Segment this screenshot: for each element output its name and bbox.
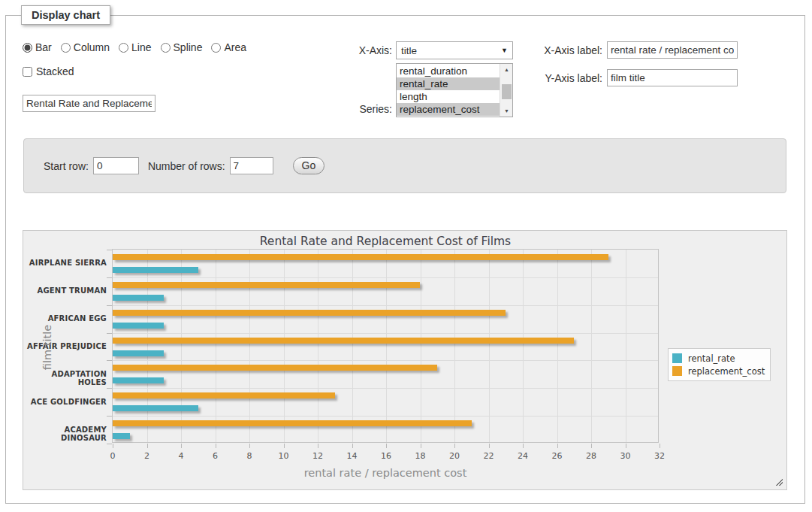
start-row-input[interactable] (93, 157, 139, 174)
chart-plot-area: 02468101214161820222426283032AIRPLANE SI… (112, 249, 659, 443)
chart-container: Rental Rate and Replacement Cost of Film… (23, 230, 787, 490)
x-tick-mark (626, 444, 626, 448)
bar-rental_rate (113, 405, 198, 411)
x-tick-label: 4 (166, 451, 196, 461)
x-tick-mark (421, 444, 421, 448)
bar-replacement_cost (113, 338, 574, 344)
x-tick-mark (523, 444, 524, 448)
row-controls-panel: Start row: Number of rows: Go (23, 138, 786, 193)
x-tick-label: 10 (269, 451, 299, 461)
chart-y-axis-title: film title (41, 317, 53, 377)
series-option-replacement_cost[interactable]: replacement_cost (397, 103, 500, 116)
series-options: rental_durationrental_ratelengthreplacem… (397, 65, 500, 116)
radio-column[interactable] (61, 43, 71, 53)
radio-label: Column (74, 41, 110, 53)
gridline (386, 250, 387, 442)
x-tick-mark (147, 444, 148, 448)
chart-type-radio-column[interactable]: Column (61, 41, 110, 53)
series-scrollbar[interactable]: ▲ ▼ (500, 64, 512, 117)
fieldset-legend: Display chart (21, 5, 110, 25)
chart-x-axis-title: rental rate / replacement cost (112, 467, 659, 479)
radio-line[interactable] (119, 43, 128, 53)
chart-type-radio-area[interactable]: Area (211, 41, 246, 53)
gridline (113, 333, 658, 334)
x-tick-label: 22 (474, 451, 504, 461)
stacked-checkbox[interactable] (23, 67, 32, 77)
resize-handle-icon[interactable] (774, 477, 783, 486)
scrollbar-thumb[interactable] (502, 84, 512, 99)
y-tick-mark (107, 416, 112, 417)
x-tick-label: 8 (234, 451, 264, 461)
gridline (591, 250, 592, 442)
y-tick-mark (107, 333, 112, 334)
y-tick-mark (107, 277, 112, 278)
gridline (113, 360, 658, 361)
gridline (113, 305, 658, 306)
gridline (181, 250, 182, 442)
x-tick-label: 14 (337, 451, 367, 461)
x-tick-mark (591, 444, 592, 448)
radio-label: Line (131, 41, 151, 53)
chart-type-radio-bar[interactable]: Bar (23, 41, 52, 53)
gridline (113, 277, 658, 278)
scroll-up-icon[interactable]: ▲ (500, 64, 513, 75)
gridline (454, 250, 455, 442)
gridline (249, 250, 250, 442)
y-tick-mark (107, 444, 112, 444)
go-button[interactable]: Go (293, 157, 325, 174)
radio-label: Bar (35, 41, 52, 53)
bar-rental_rate (113, 323, 164, 329)
series-option-rental_rate[interactable]: rental_rate (397, 77, 500, 90)
y-tick-mark (107, 305, 112, 306)
gridline (147, 250, 148, 442)
num-rows-input[interactable] (230, 157, 273, 174)
gridline (113, 388, 658, 389)
bar-replacement_cost (113, 392, 335, 398)
series-multiselect[interactable]: rental_durationrental_ratelengthreplacem… (396, 63, 513, 117)
x-axis-select-label: X-Axis: (342, 44, 392, 56)
chevron-down-icon: ▼ (501, 47, 508, 54)
y-axis-label-input[interactable] (607, 69, 738, 86)
series-option-length[interactable]: length (397, 90, 500, 103)
radio-bar[interactable] (23, 43, 32, 53)
chart-type-radio-spline[interactable]: Spline (161, 41, 203, 53)
radio-label: Area (224, 41, 246, 53)
y-tick-mark (107, 360, 112, 361)
row-controls: Start row: Number of rows: Go (44, 139, 324, 192)
legend-label: replacement_cost (688, 366, 765, 377)
gridline (352, 250, 353, 442)
legend-swatch-replacement_cost (672, 366, 682, 376)
bar-rental_rate (113, 350, 164, 356)
category-label: AGENT TRUMAN (26, 286, 107, 295)
x-tick-mark (216, 444, 216, 448)
bar-rental_rate (113, 295, 164, 301)
x-tick-label: 18 (406, 451, 436, 461)
gridline (284, 250, 285, 442)
series-option-rental_duration[interactable]: rental_duration (397, 65, 500, 77)
bar-replacement_cost (113, 420, 472, 426)
x-tick-mark (489, 444, 490, 448)
start-row-label: Start row: (44, 160, 89, 172)
scroll-down-icon[interactable]: ▼ (500, 105, 513, 117)
chart-type-radio-line[interactable]: Line (119, 41, 151, 53)
y-tick-mark (107, 250, 112, 250)
x-axis-label-input[interactable] (607, 41, 738, 59)
y-tick-mark (107, 388, 112, 389)
x-tick-mark (249, 444, 250, 448)
x-tick-mark (386, 444, 387, 448)
x-tick-label: 12 (303, 451, 333, 461)
chart-title-input[interactable] (23, 95, 155, 112)
category-label: ACE GOLDFINGER (26, 398, 107, 406)
x-tick-label: 32 (644, 451, 675, 461)
x-tick-mark (284, 444, 285, 448)
chart-title: Rental Rate and Replacement Cost of Film… (112, 235, 659, 248)
x-axis-select[interactable]: title ▼ (396, 41, 513, 59)
category-label: AFRICAN EGG (26, 314, 107, 323)
stacked-label: Stacked (36, 65, 74, 77)
bar-rental_rate (113, 267, 198, 273)
radio-area[interactable] (211, 43, 221, 53)
x-tick-mark (557, 444, 558, 448)
stacked-checkbox-row[interactable]: Stacked (23, 65, 74, 77)
radio-spline[interactable] (161, 43, 171, 53)
gridline (216, 250, 216, 442)
